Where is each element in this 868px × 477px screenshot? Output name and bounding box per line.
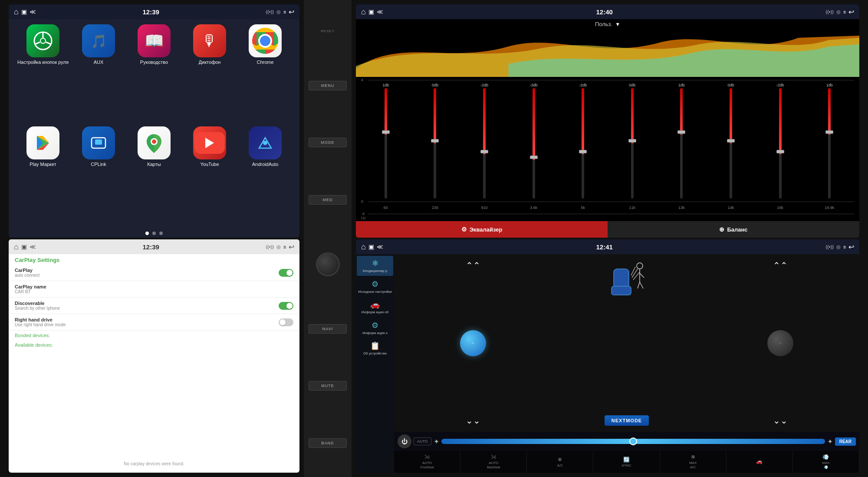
svg-line-4 [46, 42, 51, 44]
sidebar-about[interactable]: 📋 Об устройстве [357, 338, 393, 358]
app-playmarket[interactable]: Play Маркет [17, 126, 69, 224]
app-androidauto[interactable]: AndroidAuto [240, 126, 291, 224]
auto-button[interactable]: AUTO [414, 437, 431, 445]
app-label-cplink: CPLink [91, 162, 106, 167]
clim-chevron-icon[interactable]: ≪ [377, 243, 383, 250]
climate-screen: ⌂ ▣ ≪ 12:41 ((•)) ◎ ʙ ↩ [356, 239, 859, 473]
tab-max-ac[interactable]: ❄ MAXA/C [660, 451, 727, 473]
chevron-icon[interactable]: ≪ [30, 8, 36, 15]
sidebar-info2[interactable]: ⚙ Информ ация о [357, 318, 393, 338]
eq-hz-labels: 60 230 910 3.6k 5k 11k 13k 14k 16k 19.9k [356, 205, 859, 211]
eq-band-16k[interactable] [756, 88, 805, 199]
fan-speed-knob[interactable] [629, 437, 637, 445]
tab-max-fan[interactable]: 💨 MAX💨 [793, 451, 859, 473]
available-devices-link[interactable]: Available devices: [9, 340, 299, 350]
right-temp-down[interactable]: ⌄⌄ [773, 415, 788, 426]
cp-home-icon[interactable]: ⌂ [14, 242, 19, 252]
dot-1[interactable] [145, 232, 149, 235]
setting-carplay[interactable]: CarPlay auto connect [9, 265, 299, 281]
preset-dropdown-arrow[interactable]: ▼ [615, 21, 620, 27]
fan-speed-slider[interactable] [441, 439, 825, 444]
eq-chevron-icon[interactable]: ≪ [377, 8, 383, 15]
cp-square-icon[interactable]: ▣ [21, 243, 27, 250]
nextmode-button[interactable]: NEXTMODE [605, 415, 649, 426]
right-hand-value: Use right hand drive mode [15, 322, 279, 327]
eq-band-14k[interactable] [706, 88, 756, 199]
location-icon: ◎ [276, 9, 281, 15]
rear-button[interactable]: REAR [835, 437, 856, 446]
cp-wifi-icon: ((•)) [266, 244, 274, 249]
left-temp-down[interactable]: ⌄⌄ [466, 415, 480, 426]
tab-car[interactable]: 🚗 [727, 451, 793, 473]
eq-square-icon[interactable]: ▣ [368, 8, 374, 15]
tab-sync[interactable]: 🔄 SYNC [593, 451, 660, 473]
cp-sb-right: ((•)) ◎ ʙ ↩ [266, 243, 294, 251]
dot-3[interactable] [159, 232, 163, 235]
eq-band-230[interactable] [411, 88, 460, 199]
back-icon[interactable]: ↩ [289, 8, 294, 16]
right-temp-minus[interactable]: − [779, 341, 782, 345]
app-manual[interactable]: 📖 Руководство [128, 24, 180, 122]
right-hand-toggle[interactable] [279, 318, 293, 326]
power-button[interactable]: ⏻ [398, 434, 411, 448]
eq-band-910[interactable] [460, 88, 509, 199]
eq-home-icon[interactable]: ⌂ [361, 7, 366, 17]
setting-carplay-name-row[interactable]: CarPlay name CAR BT [9, 281, 299, 298]
dot-2[interactable] [152, 232, 156, 235]
svg-line-15 [631, 267, 635, 275]
setting-discoverable[interactable]: Discoverable Search by other Iphone [9, 298, 299, 314]
sidebar-settings[interactable]: ⚙ Исходные настройки [357, 277, 393, 297]
mute-button[interactable]: MUTE [309, 381, 347, 391]
svg-point-20 [637, 263, 643, 269]
eq-band-199k[interactable] [805, 88, 854, 199]
cp-status-bar: ⌂ ▣ ≪ 12:39 ((•)) ◎ ʙ ↩ [9, 239, 299, 254]
preset-selector[interactable]: Польз. ▼ [356, 19, 859, 29]
square-icon[interactable]: ▣ [21, 8, 27, 15]
app-mic[interactable]: 🎙 Диктофон [184, 24, 235, 122]
mode-button-top[interactable]: MODE [309, 138, 347, 147]
bonded-devices-link[interactable]: Bonded devices: [9, 331, 299, 340]
band-button[interactable]: BAND [309, 438, 347, 448]
left-temp-up[interactable]: ⌃⌃ [466, 260, 480, 271]
eq-band-5k[interactable] [558, 88, 608, 199]
setting-right-hand[interactable]: Right hand drive Use right hand drive mo… [9, 314, 299, 331]
eq-band-60[interactable] [361, 88, 411, 199]
app-steering[interactable]: Настройка кнопок руля [17, 24, 69, 122]
right-temp-up[interactable]: ⌃⌃ [773, 260, 788, 271]
eq-wave-area [356, 29, 859, 77]
eq-balance-btn[interactable]: ⊕ Баланс [608, 221, 859, 238]
sidebar-ac[interactable]: ❄ Кондиционир р [357, 256, 393, 276]
svg-rect-10 [95, 139, 102, 145]
left-temp-circle[interactable]: − [460, 330, 486, 356]
cp-chevron-icon[interactable]: ≪ [30, 243, 36, 250]
app-cplink[interactable]: CPLink [73, 126, 124, 224]
navi-button[interactable]: NAVI [309, 324, 347, 334]
menu-button[interactable]: MENU [309, 81, 347, 90]
app-aux[interactable]: 🎵 AUX [73, 24, 124, 122]
cp-back-icon[interactable]: ↩ [289, 243, 294, 251]
eq-band-3600[interactable] [509, 88, 559, 199]
carplay-toggle[interactable] [279, 269, 293, 277]
app-youtube[interactable]: YouTube [184, 126, 235, 224]
svg-line-17 [633, 272, 640, 280]
med-button-top[interactable]: MED [309, 195, 347, 205]
home-icon[interactable]: ⌂ [14, 7, 19, 17]
tab-auto-front[interactable]: 🌬 AUTOFrontSeat [394, 451, 460, 473]
clim-home-icon[interactable]: ⌂ [361, 242, 366, 252]
left-temp-minus[interactable]: − [472, 341, 474, 345]
app-chrome[interactable]: Chrome [240, 24, 291, 122]
tab-ac[interactable]: ❄ A/C [527, 451, 593, 473]
clim-back-icon[interactable]: ↩ [848, 243, 854, 251]
eq-back-icon[interactable]: ↩ [848, 8, 854, 16]
tab-auto-back[interactable]: 🌬 AUTOBackSeat [460, 451, 527, 473]
right-temp-circle[interactable]: − [767, 330, 793, 356]
climate-controls-grid: ⌃⌃ − ⌄⌄ [394, 254, 859, 432]
volume-knob[interactable] [316, 252, 340, 276]
app-maps[interactable]: Карты [128, 126, 180, 224]
sidebar-car-info[interactable]: 🚗 Информ ация об [357, 297, 393, 317]
eq-band-11k[interactable] [608, 88, 657, 199]
eq-band-13k[interactable] [657, 88, 707, 199]
eq-equalizer-btn[interactable]: ⚙ Эквалайзер [356, 221, 608, 238]
clim-square-icon[interactable]: ▣ [368, 243, 374, 250]
discoverable-toggle[interactable] [279, 302, 293, 310]
